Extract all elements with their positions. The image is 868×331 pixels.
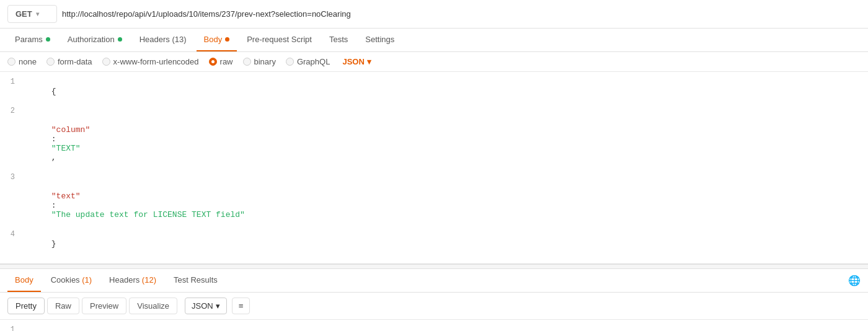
tab-headers[interactable]: Headers (13): [132, 29, 194, 51]
filter-icon: ≡: [239, 301, 244, 311]
res-line-content-1: {: [22, 325, 868, 331]
res-tab-body[interactable]: Body: [7, 269, 41, 292]
raw-label: raw: [220, 57, 233, 66]
res-tab-test-results[interactable]: Test Results: [166, 269, 225, 292]
filter-icon-button[interactable]: ≡: [232, 298, 250, 314]
view-raw-button[interactable]: Raw: [47, 298, 79, 314]
req-line-4: 4 }: [0, 229, 868, 258]
response-view-bar: Pretty Raw Preview Visualize JSON ▾ ≡: [0, 293, 868, 320]
params-label: Params: [15, 35, 43, 44]
req-line-num-2: 2: [0, 107, 22, 115]
response-section: Body Cookies (1) Headers (12) Test Resul…: [0, 269, 868, 331]
pre-request-label: Pre-request Script: [247, 35, 312, 44]
form-data-label: form-data: [58, 57, 92, 66]
url-bar: GET ▾: [0, 0, 868, 29]
params-dot: [46, 37, 50, 42]
response-json-chevron: ▾: [216, 301, 220, 311]
body-type-graphql[interactable]: GraphQL: [286, 57, 330, 66]
section-divider: [0, 264, 868, 269]
json-format-chevron: ▾: [367, 57, 371, 66]
view-visualize-button[interactable]: Visualize: [129, 298, 177, 314]
req-line-content-3: "text" : "The update text for LICENSE TE…: [22, 173, 868, 229]
view-pretty-button[interactable]: Pretty: [7, 298, 45, 314]
binary-label: binary: [254, 57, 276, 66]
body-dot: [225, 37, 229, 42]
res-line-1: 1 {: [0, 325, 868, 331]
headers-label: Headers (13): [140, 35, 187, 44]
req-line-content-1: {: [22, 77, 868, 105]
none-radio: [7, 58, 16, 66]
req-line-content-4: }: [22, 230, 868, 258]
tab-body[interactable]: Body: [197, 29, 237, 51]
res-test-results-label: Test Results: [174, 275, 218, 285]
res-tab-cookies[interactable]: Cookies (1): [43, 269, 99, 292]
response-json-label: JSON: [192, 301, 213, 311]
none-label: none: [19, 57, 37, 66]
authorization-dot: [118, 37, 122, 42]
json-format-dropdown[interactable]: JSON ▾: [342, 57, 371, 66]
req-line-3: 3 "text" : "The update text for LICENSE …: [0, 172, 868, 229]
view-preview-button[interactable]: Preview: [82, 298, 126, 314]
graphql-radio: [286, 58, 294, 66]
response-body-editor: 1 { 2 "prevItemId" : 240 , 3 "nextItemId…: [0, 320, 868, 331]
body-type-urlencoded[interactable]: x-www-form-urlencoded: [102, 57, 199, 66]
res-line-num-1: 1: [0, 325, 22, 331]
response-tabs: Body Cookies (1) Headers (12) Test Resul…: [0, 269, 868, 293]
binary-radio: [243, 58, 251, 66]
form-data-radio: [46, 58, 55, 66]
req-line-num-3: 3: [0, 173, 22, 182]
raw-radio: [209, 58, 217, 66]
url-input[interactable]: [62, 7, 861, 21]
res-headers-label: Headers (12): [109, 275, 156, 285]
body-type-none[interactable]: none: [7, 57, 37, 66]
method-selector[interactable]: GET ▾: [7, 5, 57, 23]
req-line-content-2: "column" : "TEXT" ,: [22, 107, 868, 172]
res-body-label: Body: [15, 275, 33, 285]
tab-params[interactable]: Params: [7, 29, 58, 51]
req-line-num-1: 1: [0, 77, 22, 86]
tab-authorization[interactable]: Authorization: [60, 29, 130, 51]
request-tabs: Params Authorization Headers (13) Body P…: [0, 29, 868, 52]
settings-label: Settings: [365, 35, 394, 44]
tab-pre-request[interactable]: Pre-request Script: [239, 29, 319, 51]
res-tab-headers[interactable]: Headers (12): [102, 269, 164, 292]
tests-label: Tests: [329, 35, 348, 44]
request-body-editor[interactable]: 1 { 2 "column" : "TEXT" , 3 "text" : "Th…: [0, 72, 868, 264]
req-line-num-4: 4: [0, 230, 22, 239]
method-chevron-icon: ▾: [36, 11, 39, 17]
body-type-bar: none form-data x-www-form-urlencoded raw…: [0, 52, 868, 72]
globe-icon: 🌐: [848, 275, 861, 286]
res-cookies-label: Cookies (1): [51, 275, 92, 285]
req-line-2: 2 "column" : "TEXT" ,: [0, 106, 868, 172]
graphql-label: GraphQL: [297, 57, 330, 66]
req-line-1: 1 {: [0, 77, 868, 106]
authorization-label: Authorization: [68, 35, 115, 44]
body-type-form-data[interactable]: form-data: [46, 57, 92, 66]
method-label: GET: [16, 9, 32, 19]
body-type-raw[interactable]: raw: [209, 57, 233, 66]
tab-tests[interactable]: Tests: [322, 29, 355, 51]
urlencoded-label: x-www-form-urlencoded: [113, 57, 199, 66]
body-label: Body: [204, 35, 223, 44]
json-format-label: JSON: [342, 57, 364, 66]
urlencoded-radio: [102, 58, 110, 66]
body-type-binary[interactable]: binary: [243, 57, 276, 66]
tab-settings[interactable]: Settings: [358, 29, 402, 51]
response-json-dropdown[interactable]: JSON ▾: [185, 298, 227, 314]
